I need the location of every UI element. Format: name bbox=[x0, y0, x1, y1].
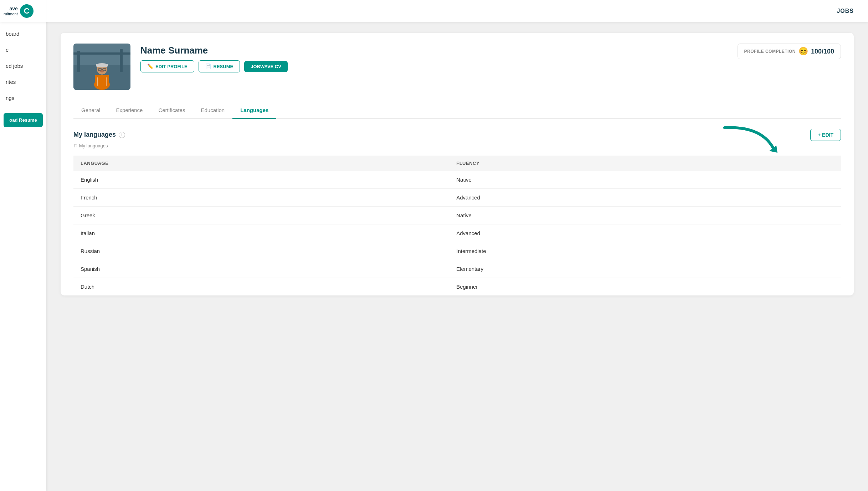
info-icon[interactable]: i bbox=[119, 132, 125, 138]
tab-education[interactable]: Education bbox=[193, 102, 232, 119]
fluency-cell: Intermediate bbox=[449, 242, 841, 260]
profile-header: Name Surname ✏️ EDIT PROFILE 📄 RESUME JO… bbox=[73, 44, 841, 98]
profile-info: Name Surname ✏️ EDIT PROFILE 📄 RESUME JO… bbox=[140, 44, 728, 72]
logo-text-bottom: ruitment bbox=[4, 12, 18, 16]
resume-button[interactable]: 📄 RESUME bbox=[199, 60, 240, 72]
tab-experience[interactable]: Experience bbox=[108, 102, 150, 119]
table-row: ItalianAdvanced bbox=[73, 224, 841, 242]
table-row: FrenchAdvanced bbox=[73, 188, 841, 206]
completion-label: PROFILE COMPLETION bbox=[744, 49, 796, 54]
language-cell: Dutch bbox=[73, 278, 449, 295]
fluency-cell: Elementary bbox=[449, 260, 841, 278]
file-icon: 📄 bbox=[205, 64, 211, 69]
profile-name: Name Surname bbox=[140, 45, 728, 56]
languages-section: My languages i + EDIT My languages bbox=[73, 119, 841, 295]
fluency-cell: Advanced bbox=[449, 188, 841, 206]
svg-rect-3 bbox=[120, 49, 123, 72]
arrow-decoration bbox=[718, 124, 782, 156]
sidebar-item-favourites[interactable]: rites bbox=[0, 74, 46, 90]
sidebar-nav: board e ed jobs rites ngs bbox=[0, 26, 46, 106]
upload-resume-button[interactable]: oad Resume bbox=[4, 113, 43, 127]
completion-score: 100/100 bbox=[811, 48, 834, 55]
table-row: RussianIntermediate bbox=[73, 242, 841, 260]
profile-actions: ✏️ EDIT PROFILE 📄 RESUME JOBWAVE CV bbox=[140, 60, 728, 72]
languages-edit-button[interactable]: + EDIT bbox=[810, 129, 841, 141]
sidebar-item-profile[interactable]: e bbox=[0, 42, 46, 58]
profile-avatar bbox=[73, 44, 130, 90]
logo-circle: C bbox=[20, 4, 34, 18]
profile-card: Name Surname ✏️ EDIT PROFILE 📄 RESUME JO… bbox=[61, 33, 854, 295]
language-cell: English bbox=[73, 171, 449, 189]
language-cell: French bbox=[73, 188, 449, 206]
table-row: SpanishElementary bbox=[73, 260, 841, 278]
completion-smiley-icon: 😊 bbox=[798, 47, 808, 56]
fluency-cell: Advanced bbox=[449, 224, 841, 242]
edit-profile-button[interactable]: ✏️ EDIT PROFILE bbox=[140, 60, 194, 72]
svg-rect-9 bbox=[96, 64, 108, 67]
topbar: ave ruitment C JOBS bbox=[0, 0, 868, 22]
fluency-cell: Beginner bbox=[449, 278, 841, 295]
sidebar-item-settings[interactable]: ngs bbox=[0, 90, 46, 106]
language-cell: Italian bbox=[73, 224, 449, 242]
svg-rect-6 bbox=[95, 75, 109, 87]
profile-tabs: General Experience Certificates Educatio… bbox=[73, 102, 841, 119]
logo-text-top: ave bbox=[9, 6, 17, 11]
language-cell: Russian bbox=[73, 242, 449, 260]
language-cell: Spanish bbox=[73, 260, 449, 278]
languages-table: LANGUAGE FLUENCY EnglishNativeFrenchAdva… bbox=[73, 156, 841, 295]
tab-certificates[interactable]: Certificates bbox=[150, 102, 193, 119]
fluency-cell: Native bbox=[449, 171, 841, 189]
svg-rect-4 bbox=[73, 52, 130, 55]
table-row: DutchBeginner bbox=[73, 278, 841, 295]
svg-point-13 bbox=[100, 70, 104, 72]
languages-title: My languages i bbox=[73, 131, 125, 138]
tab-general[interactable]: General bbox=[73, 102, 108, 119]
col-language: LANGUAGE bbox=[73, 156, 449, 171]
fluency-cell: Native bbox=[449, 206, 841, 224]
jobwave-cv-button[interactable]: JOBWAVE CV bbox=[244, 61, 288, 72]
languages-header: My languages i + EDIT bbox=[73, 129, 841, 141]
table-row: GreekNative bbox=[73, 206, 841, 224]
sidebar-item-saved-jobs[interactable]: ed jobs bbox=[0, 58, 46, 74]
main-content: Name Surname ✏️ EDIT PROFILE 📄 RESUME JO… bbox=[46, 22, 868, 491]
table-row: EnglishNative bbox=[73, 171, 841, 189]
col-fluency: FLUENCY bbox=[449, 156, 841, 171]
profile-completion: PROFILE COMPLETION 😊 100/100 bbox=[738, 44, 841, 59]
sidebar: board e ed jobs rites ngs oad Resume bbox=[0, 0, 46, 491]
sidebar-item-dashboard[interactable]: board bbox=[0, 26, 46, 42]
language-cell: Greek bbox=[73, 206, 449, 224]
edit-icon: ✏️ bbox=[147, 64, 153, 69]
tab-languages[interactable]: Languages bbox=[232, 102, 276, 119]
jobs-nav-link[interactable]: JOBS bbox=[837, 8, 854, 14]
